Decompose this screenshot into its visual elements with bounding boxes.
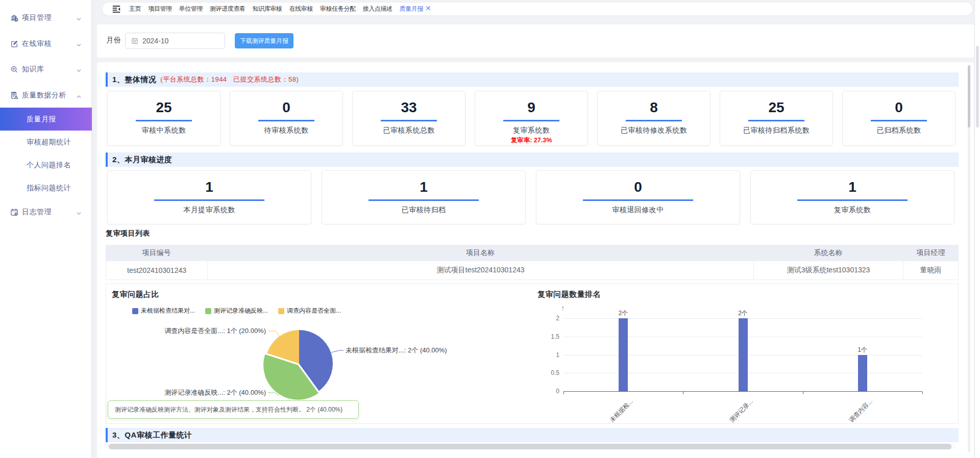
section-title: 2、本月审核进度: [112, 155, 172, 165]
pie-callout-line: [268, 393, 279, 395]
stat-label: 复审系统数: [751, 206, 954, 215]
review-list-label: 复审项目列表: [106, 229, 150, 238]
stat-value: 0: [230, 100, 342, 115]
sidebar-item-active[interactable]: 质量月报: [0, 108, 92, 131]
month-picker-input[interactable]: 2024-10: [125, 33, 225, 49]
tab-5[interactable]: 知识库审核: [253, 5, 282, 13]
chevron-down-icon: [76, 41, 82, 47]
table-col-header: 项目经理: [903, 248, 959, 258]
x-axis-tick: [803, 392, 803, 394]
stat-underline: [797, 199, 908, 201]
bar-value-label: 2个: [619, 309, 628, 318]
stat-card: 8已审核待修改系统数: [597, 91, 710, 146]
month-value: 2024-10: [142, 37, 168, 45]
bar-1[interactable]: [619, 318, 628, 391]
stat-label: 本月提审系统数: [108, 206, 311, 215]
pie-callout-label: 未根据检查结果对...: 2个 (40.00%): [346, 346, 447, 354]
download-report-button[interactable]: 下载测评质量月报: [235, 33, 293, 48]
tab-label: 单位管理: [179, 5, 203, 12]
tab-1[interactable]: 主页: [129, 5, 141, 13]
sidebar-item-8[interactable]: 指标问题统计: [0, 176, 92, 199]
panel-vertical-scrollbar[interactable]: [968, 65, 970, 452]
filter-panel: 月份 2024-10 下载测评质量月报: [97, 24, 974, 58]
sidebar-group-label: 知识库: [22, 65, 44, 74]
section-header-month-progress: 2、本月审核进度: [106, 152, 959, 167]
sidebar-group-3[interactable]: 知识库: [0, 58, 92, 81]
stat-underline: [583, 199, 693, 201]
horizontal-scrollbar-thumb[interactable]: [109, 444, 951, 449]
chevron-up-icon: [76, 93, 82, 98]
chevron-down-icon: [76, 210, 82, 215]
bar-value-label: 1个: [857, 346, 867, 354]
tab-8[interactable]: 接入点描述: [363, 5, 393, 13]
stat-label: 已审核待归档: [322, 206, 525, 215]
y-axis-tick-label: 0: [539, 388, 559, 395]
table-col-header: 系统名称: [753, 248, 903, 258]
report-panel: 1、整体情况 (平台系统总数：1944 已提交系统总数：58) 25审核中系统数…: [97, 62, 974, 458]
stat-card: 9复审系统数复审率: 27.3%: [475, 91, 588, 146]
stat-label: 已审核系统总数: [353, 126, 465, 135]
stat-underline: [154, 199, 264, 201]
sidebar-group-4[interactable]: 质量数据分析: [0, 84, 92, 107]
tab-label: 测评进度查看: [210, 5, 246, 12]
sidebar-group-label: 质量数据分析: [22, 91, 66, 100]
sidebar-group-2[interactable]: 在线审核: [0, 33, 92, 55]
bar-2[interactable]: [739, 318, 748, 391]
stat-label: 待审核系统数: [230, 126, 342, 135]
tab-label: 主页: [129, 5, 141, 12]
calendar-icon: [131, 37, 138, 44]
stat-card: 25审核中系统数: [107, 91, 220, 146]
stat-underline: [626, 120, 682, 121]
stat-value: 8: [598, 100, 710, 115]
section-title: 3、QA审核工作量统计: [112, 430, 192, 440]
menu-fold-icon[interactable]: [112, 5, 120, 13]
pie-tooltip-text: 测评记录准确反映测评方法、测评对象及测评结果，支持符合性判断。 2个 (40.0…: [115, 405, 342, 414]
stat-card: 1复审系统数: [750, 170, 954, 224]
tab-7[interactable]: 审核任务分配: [320, 5, 356, 13]
stat-value: 1: [108, 180, 311, 195]
stat-underline: [503, 120, 559, 121]
stat-underline: [748, 120, 804, 121]
sidebar-item-7[interactable]: 个人问题排名: [0, 154, 92, 176]
tab-label: 在线审核: [289, 5, 313, 12]
tab-4[interactable]: 测评进度查看: [210, 5, 246, 13]
horizontal-scrollbar[interactable]: [106, 444, 955, 449]
table-row[interactable]: test202410301243测试项目test202410301243测试3级…: [106, 261, 959, 280]
chevron-down-icon: [76, 67, 82, 72]
tab-6[interactable]: 在线审核: [289, 5, 313, 13]
y-axis-tick-label: 2: [539, 315, 559, 322]
tab-2[interactable]: 项目管理: [148, 5, 172, 13]
stat-card: 1本月提审系统数: [107, 170, 311, 224]
stat-value: 0: [843, 100, 955, 115]
x-axis-line: [564, 391, 922, 392]
tab-3[interactable]: 单位管理: [179, 5, 203, 13]
pie-tooltip: 测评记录准确反映测评方法、测评对象及测评结果，支持符合性判断。 2个 (40.0…: [108, 400, 359, 419]
stat-label: 审核中系统数: [108, 126, 220, 135]
stat-underline: [136, 120, 192, 121]
tab-label: 项目管理: [148, 5, 172, 12]
table-cell: 测试项目test202410301243: [207, 261, 753, 279]
stat-card: 0审核退回修改中: [536, 170, 740, 224]
stat-card: 25已审核待归档系统数: [720, 91, 833, 146]
table-cell: test202410301243: [106, 261, 207, 279]
close-icon[interactable]: [426, 6, 431, 12]
sidebar-group-label: 在线审核: [22, 39, 52, 48]
sidebar-item-6[interactable]: 审核超期统计: [0, 131, 92, 154]
x-axis-tick: [683, 392, 683, 394]
stat-value: 33: [353, 100, 465, 115]
section-header-overview: 1、整体情况 (平台系统总数：1944 已提交系统总数：58): [106, 72, 959, 87]
y-axis-tick-label: 1: [539, 351, 559, 359]
bar-3[interactable]: [858, 355, 867, 392]
page-scrollbar-thumb[interactable]: [976, 46, 979, 128]
pie-callout-line: [331, 350, 344, 352]
section-title: 1、整体情况: [112, 75, 156, 85]
sidebar-group-9[interactable]: 日志管理: [0, 201, 92, 223]
sidebar-group-1[interactable]: 项目管理: [0, 7, 92, 29]
panel-vertical-scrollbar-thumb[interactable]: [968, 65, 970, 128]
pie-callout-label: 测评记录准确反映...: 2个 (40.00%): [164, 389, 266, 396]
edit-square-icon: [10, 40, 18, 48]
sidebar: 项目管理在线审核知识库质量数据分析质量月报审核超期统计个人问题排名指标问题统计日…: [0, 0, 92, 458]
tab-label: 知识库审核: [253, 5, 282, 12]
tab-9-active[interactable]: 质量月报: [400, 5, 431, 13]
tab-list: 主页项目管理单位管理测评进度查看知识库审核在线审核审核任务分配接入点描述质量月报: [129, 5, 438, 13]
